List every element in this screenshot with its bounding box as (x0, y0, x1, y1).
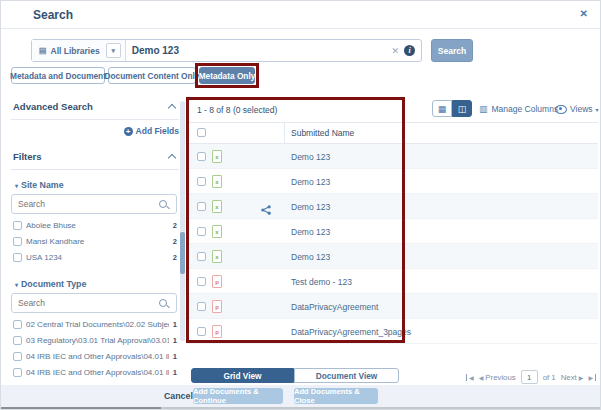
info-icon[interactable]: i (404, 45, 415, 56)
tab-metadata-only[interactable]: Metadata Only (199, 67, 255, 84)
tab-document-content-only[interactable]: Document Content Only (108, 67, 196, 84)
library-icon: ▤ (39, 46, 47, 55)
cancel-button[interactable]: Cancel (164, 391, 193, 401)
filters-title: Filters (13, 151, 42, 162)
add-documents-close-button[interactable]: Add Documents & Close (294, 388, 378, 404)
filter-option: 04 IRB IEC and Other Approvals\04.01 IRB… (13, 368, 177, 377)
column-header-submitted-name[interactable]: Submitted Name (291, 128, 354, 138)
filter-option-count: 1 (173, 320, 177, 329)
first-page-bar-icon (466, 374, 467, 381)
filter-group-document-type[interactable]: ▾ Document Type (15, 279, 86, 289)
document-type-search-input[interactable] (12, 298, 159, 308)
next-page-button[interactable]: Next ▶ (561, 373, 584, 382)
row-checkbox[interactable] (197, 202, 206, 211)
clear-query-icon[interactable]: ✕ (391, 46, 399, 56)
list-layout-icon[interactable]: ◫ (452, 100, 472, 117)
eye-icon (555, 105, 567, 114)
excel-file-icon (212, 225, 222, 238)
row-submitted-name: DataPrivacyAgreement (291, 302, 378, 312)
triangle-down-icon: ▾ (15, 182, 18, 189)
grid-layout-icon[interactable]: ▦ (432, 100, 452, 117)
collapse-advanced-search-icon[interactable] (168, 104, 176, 112)
filter-checkbox[interactable] (13, 221, 22, 230)
filter-checkbox[interactable] (13, 352, 22, 361)
advanced-search-title: Advanced Search (13, 101, 93, 112)
row-checkbox[interactable] (197, 277, 206, 286)
filter-option-count: 1 (173, 368, 177, 377)
table-row[interactable]: Demo 123 (187, 169, 598, 194)
library-caret-icon[interactable]: ▾ (106, 43, 121, 58)
results-summary: 1 - 8 of 8 (0 selected) (197, 105, 277, 115)
next-triangle-icon: ▶ (579, 374, 584, 381)
library-selector[interactable]: ▤ All Libraries ▾ (32, 40, 126, 61)
table-row[interactable]: Demo 123 (187, 244, 598, 269)
row-checkbox[interactable] (197, 152, 206, 161)
excel-file-icon (212, 150, 222, 163)
tab-metadata-and-document[interactable]: Metadata and Document (11, 67, 105, 84)
search-query-input[interactable] (126, 45, 387, 56)
site-name-search-input[interactable] (12, 199, 159, 209)
site-name-search (11, 194, 177, 214)
collapse-filters-icon[interactable] (168, 154, 176, 162)
next-triangle-icon: ▶ (588, 374, 593, 381)
filter-option-label: Mansi Kandhare (26, 237, 169, 246)
last-page-button[interactable]: ▶ (588, 374, 596, 381)
row-submitted-name: Demo 123 (291, 227, 330, 237)
table-row[interactable]: Demo 123 (187, 144, 598, 169)
add-documents-continue-button[interactable]: Add Documents & Continue (193, 388, 283, 404)
filter-option-label: 04 IRB IEC and Other Approvals\04.01 IRB… (26, 368, 169, 377)
filter-checkbox[interactable] (13, 253, 22, 262)
add-fields-label: Add Fields (136, 126, 179, 136)
filter-group-title: Document Type (21, 279, 86, 289)
pagination: ◀ ◀ Previous 1 of 1 Next ▶ ▶ (466, 370, 596, 384)
filter-option-count: 1 (173, 352, 177, 361)
filter-checkbox[interactable] (13, 320, 22, 329)
row-checkbox[interactable] (197, 177, 206, 186)
filter-checkbox[interactable] (13, 368, 22, 377)
table-row[interactable]: Test demo - 123 (187, 269, 598, 294)
header-divider (1, 28, 601, 29)
table-row[interactable]: Demo 123 (187, 219, 598, 244)
search-button[interactable]: Search (431, 39, 473, 62)
filter-option: 03 Regulatory\03.01 Trial Approval\03.01… (13, 336, 177, 345)
select-all-checkbox[interactable] (197, 128, 206, 137)
add-fields-button[interactable]: + Add Fields (11, 126, 179, 136)
row-submitted-name: Demo 123 (291, 177, 330, 187)
document-view-button[interactable]: Document View (294, 368, 399, 383)
row-checkbox[interactable] (197, 252, 206, 261)
first-page-button[interactable]: ◀ (466, 374, 474, 381)
filter-checkbox[interactable] (13, 336, 22, 345)
prev-triangle-icon: ◀ (469, 374, 474, 381)
results-scrollbar-thumb[interactable] (180, 232, 185, 274)
previous-page-button[interactable]: ◀ Previous (479, 373, 516, 382)
row-checkbox[interactable] (197, 227, 206, 236)
filter-checkbox[interactable] (13, 237, 22, 246)
manage-columns-label: Manage Columns (492, 104, 559, 114)
filter-option-count: 2 (173, 221, 177, 230)
row-submitted-name: Demo 123 (291, 152, 330, 162)
row-checkbox[interactable] (197, 302, 206, 311)
views-menu-button[interactable]: Views ▾ (555, 104, 599, 114)
filter-option-count: 2 (173, 237, 177, 246)
search-icon (159, 299, 167, 307)
pdf-file-icon (212, 275, 222, 288)
divider (11, 169, 179, 170)
search-dialog: Search ✕ ▤ All Libraries ▾ ✕ i Search Me… (0, 0, 601, 410)
close-icon[interactable]: ✕ (580, 8, 588, 19)
row-submitted-name: DataPrivacyAgreement_3pages (291, 327, 411, 337)
filter-option: Abolee Bhuse 2 (13, 221, 177, 230)
table-row[interactable]: DataPrivacyAgreement (187, 294, 598, 319)
row-checkbox[interactable] (197, 327, 206, 336)
grid-view-button[interactable]: Grid View (191, 368, 294, 383)
filter-option-label: USA 1234 (26, 253, 169, 262)
search-bar: ▤ All Libraries ▾ ✕ i (31, 39, 422, 62)
filter-group-site-name[interactable]: ▾ Site Name (15, 180, 64, 190)
table-row[interactable]: Demo 123 (187, 194, 598, 219)
views-label: Views (570, 104, 593, 114)
page-number-input[interactable]: 1 (521, 370, 538, 384)
table-row[interactable]: DataPrivacyAgreement_3pages (187, 319, 598, 344)
results-scrollbar-track[interactable] (180, 101, 185, 341)
page-count-label: of 1 (543, 373, 556, 382)
manage-columns-button[interactable]: ▥ Manage Columns (479, 104, 558, 114)
triangle-down-icon: ▾ (15, 281, 18, 288)
